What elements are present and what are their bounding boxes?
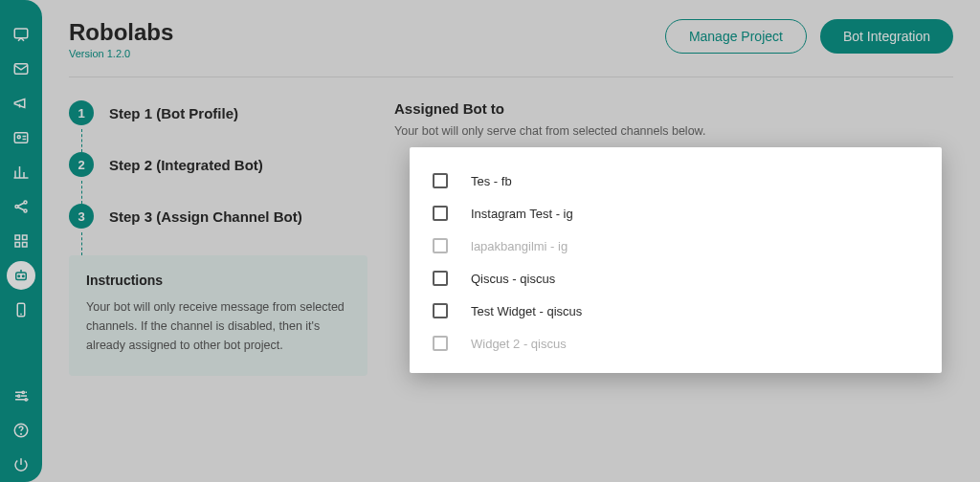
title-block: Robolabs Version 1.2.0 [69,19,173,59]
channel-label: Tes - fb [471,174,512,188]
svg-point-4 [15,206,18,208]
svg-rect-7 [15,235,20,240]
assigned-subtitle: Your bot will only serve chat from selec… [394,124,953,138]
step-label: Step 2 (Integrated Bot) [109,157,263,173]
channel-label: Instagram Test - ig [471,207,573,221]
channel-label: Widget 2 - qiscus [471,337,567,351]
checkbox-icon[interactable] [433,271,448,286]
assigned-title: Assigned Bot to [394,100,953,117]
instructions-title: Instructions [86,273,350,288]
settings-icon[interactable] [0,379,42,413]
app-version: Version 1.2.0 [69,48,173,59]
megaphone-icon[interactable] [0,86,42,120]
instructions-text: Your bot will only receive message from … [86,297,350,355]
channel-label: Qiscus - qiscus [471,272,555,286]
svg-point-17 [25,399,27,401]
channel-panel: Tes - fbInstagram Test - iglapakbangilmi… [410,147,942,373]
mail-icon[interactable] [0,52,42,86]
channel-label: Test Widget - qiscus [471,304,582,318]
bot-icon[interactable] [7,261,35,290]
checkbox-icon [433,238,448,253]
step-number: 3 [69,204,94,229]
manage-project-button[interactable]: Manage Project [665,19,807,54]
svg-rect-0 [14,29,28,38]
bot-integration-button[interactable]: Bot Integration [820,19,953,54]
header: Robolabs Version 1.2.0 Manage Project Bo… [69,19,953,77]
svg-point-6 [24,209,27,212]
power-icon[interactable] [0,448,42,482]
step-label: Step 3 (Assign Channel Bot) [109,208,302,225]
sidebar [0,0,42,482]
svg-point-5 [24,201,27,204]
mobile-icon[interactable] [0,293,42,327]
left-column: 1 Step 1 (Bot Profile) 2 Step 2 (Integra… [69,100,368,376]
channel-row[interactable]: Test Widget - qiscus [410,295,942,327]
step-3[interactable]: 3 Step 3 (Assign Channel Bot) [69,204,368,229]
grid-icon[interactable] [0,224,42,258]
svg-point-16 [18,395,20,397]
step-label: Step 1 (Bot Profile) [109,105,238,121]
step-number: 2 [69,152,94,177]
channel-label: lapakbangilmi - ig [471,239,568,253]
svg-point-19 [21,433,22,434]
svg-point-3 [17,136,20,139]
bar-chart-icon[interactable] [0,155,42,189]
checkbox-icon [433,336,448,351]
svg-point-12 [18,275,20,277]
channel-row: Widget 2 - qiscus [410,327,942,360]
svg-rect-10 [23,243,28,248]
share-icon[interactable] [0,189,42,224]
header-actions: Manage Project Bot Integration [665,19,953,54]
channel-row[interactable]: Instagram Test - ig [410,197,942,230]
svg-point-15 [22,391,24,393]
channel-row[interactable]: Tes - fb [410,164,942,197]
step-1[interactable]: 1 Step 1 (Bot Profile) [69,100,368,125]
step-2[interactable]: 2 Step 2 (Integrated Bot) [69,152,368,177]
svg-rect-9 [15,243,20,248]
checkbox-icon[interactable] [433,206,448,221]
svg-rect-2 [14,133,28,143]
channel-row[interactable]: Qiscus - qiscus [410,262,942,295]
checkbox-icon[interactable] [433,303,448,318]
svg-point-13 [23,275,25,277]
checkbox-icon[interactable] [433,173,448,188]
svg-rect-8 [23,235,28,240]
help-icon[interactable] [0,413,42,448]
channel-row: lapakbangilmi - ig [410,230,942,262]
app-title: Robolabs [69,19,173,46]
instructions-card: Instructions Your bot will only receive … [69,255,368,376]
step-number: 1 [69,100,94,125]
chat-icon[interactable] [0,17,42,52]
id-card-icon[interactable] [0,120,42,155]
